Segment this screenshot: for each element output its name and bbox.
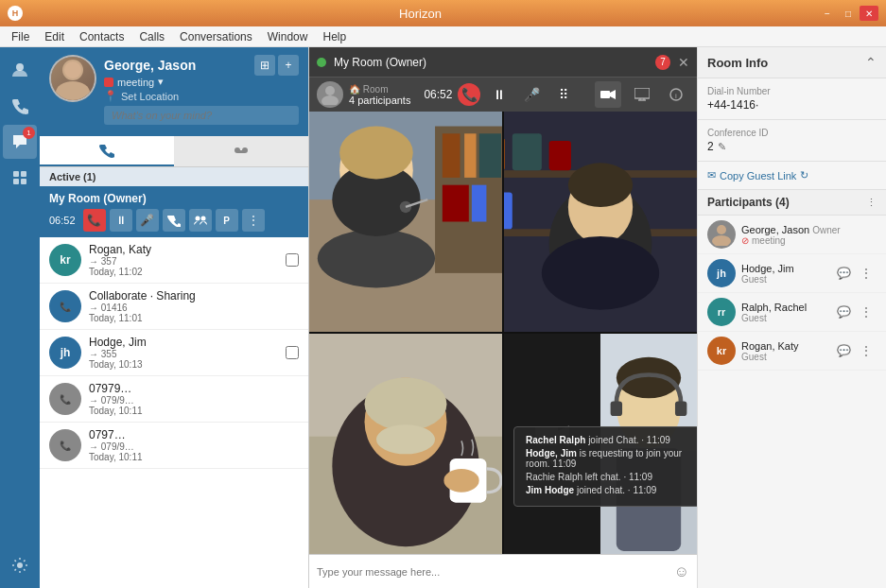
profile-name: George, Jason <box>104 58 196 73</box>
panel-tabs <box>40 136 308 167</box>
participant-more-button[interactable]: ⋮ <box>856 340 877 361</box>
maximize-button[interactable]: □ <box>839 6 858 21</box>
left-panel: George, Jason ⊞ + meeting ▾ 📍 Set Locati… <box>40 47 309 588</box>
participant-chat-button[interactable]: 💬 <box>833 263 854 284</box>
toolbar-info[interactable]: i <box>663 81 689 108</box>
location-label: Set Location <box>121 91 179 102</box>
profile-avatar-inner <box>51 57 95 100</box>
transfer-button[interactable] <box>163 209 185 232</box>
emoji-button[interactable]: ☺ <box>674 563 689 580</box>
participant-actions: 💬 ⋮ <box>833 263 877 284</box>
svg-rect-37 <box>512 133 542 170</box>
room-info-collapse-button[interactable]: ⌃ <box>865 55 877 70</box>
contact-name: Rogan, Katy <box>89 243 278 256</box>
dial-in-value: +44-1416· <box>707 98 877 112</box>
conference-id-section: Conference ID 2 ✎ <box>698 120 886 162</box>
contact-info: 0797… → 079/9… Today, 10:11 <box>89 428 299 462</box>
participant-name: Rogan, Katy <box>741 340 827 352</box>
participant-chat-button[interactable]: 💬 <box>833 302 854 322</box>
contact-time: Today, 11:01 <box>89 313 299 323</box>
profile-avatar <box>49 55 96 102</box>
end-call-button[interactable]: 📞 <box>83 209 106 232</box>
video-cell-2 <box>504 112 697 332</box>
list-item[interactable]: 📞 0797… → 079/9… Today, 10:11 <box>40 423 308 469</box>
app-body: 1 <box>0 47 886 588</box>
menu-edit[interactable]: Edit <box>37 28 72 45</box>
toolbar-keypad[interactable]: ⠿ <box>550 81 577 108</box>
menu-window[interactable]: Window <box>260 28 316 45</box>
edit-icon[interactable]: ✎ <box>718 141 726 153</box>
list-item[interactable]: kr Rogan, Katy → 357 Today, 11:02 <box>40 237 308 284</box>
participant-role: Guest <box>741 352 827 362</box>
participant-chat-button[interactable]: 💬 <box>833 340 854 361</box>
contact-detail: → 01416 <box>89 303 299 313</box>
call-timer: 06:52 <box>49 215 76 226</box>
participants-more-button[interactable]: ⋮ <box>866 197 877 209</box>
profile-location[interactable]: 📍 Set Location <box>104 90 299 102</box>
participant-actions: 💬 ⋮ <box>833 340 877 361</box>
parking-button[interactable]: P <box>216 209 238 232</box>
profile-grid-button[interactable]: ⊞ <box>254 55 275 76</box>
tab-voicemail[interactable] <box>174 136 308 166</box>
window-controls: − □ ✕ <box>818 6 878 21</box>
sidebar-item-calls[interactable] <box>3 89 37 123</box>
sidebar-item-grid[interactable] <box>3 161 37 195</box>
participant-item: rr Ralph, Rachel Guest 💬 ⋮ <box>698 293 886 332</box>
menu-calls[interactable]: Calls <box>131 28 172 45</box>
contact-avatar: jh <box>49 337 81 369</box>
sidebar-item-chat[interactable]: 1 <box>3 125 37 159</box>
call-close-button[interactable]: ✕ <box>678 55 689 70</box>
title-bar-left: H <box>8 6 23 21</box>
contact-checkbox[interactable] <box>286 253 299 267</box>
profile-add-button[interactable]: + <box>278 55 299 76</box>
participant-item: jh Hodge, Jim Guest 💬 ⋮ <box>698 254 886 293</box>
list-item[interactable]: 📞 07979… → 079/9… Today, 10:11 <box>40 376 308 423</box>
list-item[interactable]: jh Hodge, Jim → 355 Today, 10:13 <box>40 330 308 376</box>
svg-point-15 <box>321 95 339 105</box>
menu-help[interactable]: Help <box>315 28 354 45</box>
toolbar-video[interactable] <box>595 81 621 108</box>
chat-input[interactable] <box>317 566 669 578</box>
close-button[interactable]: ✕ <box>860 6 878 21</box>
toolbar-screen-share[interactable] <box>629 81 655 108</box>
video-cell-3 <box>309 334 502 554</box>
svg-point-8 <box>64 61 81 78</box>
svg-point-31 <box>339 127 413 180</box>
tab-phone[interactable] <box>40 136 174 166</box>
more-options-button[interactable]: ⋮ <box>242 209 265 232</box>
menu-conversations[interactable]: Conversations <box>172 28 260 45</box>
svg-point-60 <box>717 225 726 234</box>
conference-button[interactable] <box>189 209 212 232</box>
svg-rect-11 <box>237 150 245 153</box>
menu-file[interactable]: File <box>4 28 37 45</box>
conference-id-label: Conference ID <box>707 128 877 138</box>
status-input[interactable] <box>104 106 299 125</box>
active-calls-header: Active (1) <box>40 167 308 186</box>
toolbar-mute-mic[interactable]: 🎤 <box>518 81 545 108</box>
toolbar-hold[interactable]: ⏸ <box>486 81 512 108</box>
call-room-info: 🏠 Room 4 participants <box>349 84 410 106</box>
minimize-button[interactable]: − <box>818 6 837 21</box>
list-item[interactable]: 📞 Collaborate · Sharing → 01416 Today, 1… <box>40 284 308 330</box>
svg-point-48 <box>365 378 447 431</box>
toolbar-end-call[interactable]: 📞 <box>458 83 480 106</box>
menu-bar: File Edit Contacts Calls Conversations W… <box>0 26 886 47</box>
mute-button[interactable]: 🎤 <box>136 209 159 232</box>
sidebar-item-contacts[interactable] <box>3 53 37 87</box>
participant-more-button[interactable]: ⋮ <box>856 263 877 284</box>
hold-button[interactable]: ⏸ <box>110 209 132 232</box>
menu-contacts[interactable]: Contacts <box>72 28 131 45</box>
profile-status-dropdown[interactable]: ▾ <box>158 76 164 88</box>
dial-in-section: Dial-in Number +44-1416· <box>698 78 886 120</box>
video-cell-1 <box>309 112 502 332</box>
sidebar-item-settings[interactable] <box>3 548 37 582</box>
location-pin-icon: 📍 <box>104 90 117 102</box>
contact-checkbox[interactable] <box>286 346 299 359</box>
svg-rect-39 <box>504 192 512 229</box>
profile-status[interactable]: meeting ▾ <box>104 76 299 88</box>
participant-more-button[interactable]: ⋮ <box>856 302 877 322</box>
call-window-header: My Room (Owner) 7 ✕ <box>309 47 697 78</box>
copy-guest-link-label: Copy Guest Link <box>720 170 796 182</box>
copy-guest-link-button[interactable]: ✉ Copy Guest Link ↻ <box>707 169 877 182</box>
window-title: Horizon <box>23 7 818 21</box>
